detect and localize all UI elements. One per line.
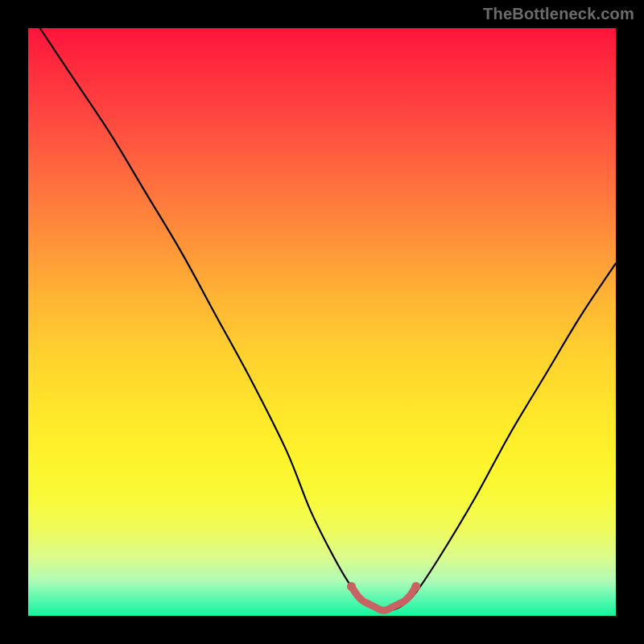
- highlight-dot-left: [347, 582, 356, 591]
- curve-layer: [28, 28, 616, 616]
- chart-frame: TheBottleneck.com: [0, 0, 644, 644]
- bottleneck-curve: [40, 28, 616, 611]
- watermark-text: TheBottleneck.com: [483, 5, 634, 23]
- plot-area: [28, 28, 616, 616]
- highlight-dot-right: [411, 582, 420, 591]
- bottom-highlight: [352, 587, 416, 611]
